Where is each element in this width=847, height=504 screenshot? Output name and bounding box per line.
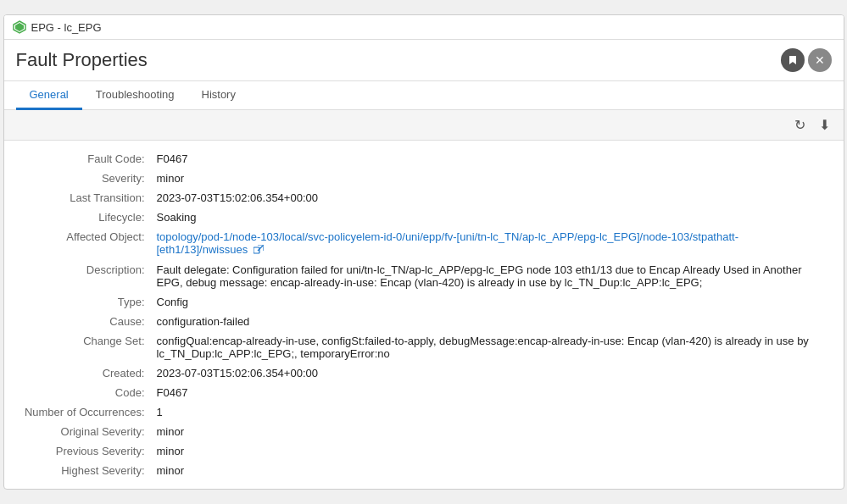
field-label: Affected Object: <box>16 227 152 260</box>
field-label: Cause: <box>16 312 152 331</box>
field-label: Number of Occurrences: <box>16 402 152 422</box>
table-row: Highest Severity: minor <box>16 461 832 480</box>
field-label: Original Severity: <box>16 422 152 441</box>
field-value: minor <box>152 169 832 188</box>
download-icon: ⬇ <box>819 118 830 132</box>
field-value: configQual:encap-already-in-use, configS… <box>152 331 832 363</box>
field-label: Change Set: <box>16 331 152 363</box>
field-value: 2023-07-03T15:02:06.354+00:00 <box>152 188 832 208</box>
field-value: Soaking <box>152 208 832 227</box>
bookmark-button[interactable] <box>781 48 805 72</box>
tab-general[interactable]: General <box>16 81 82 110</box>
table-row: Last Transition: 2023-07-03T15:02:06.354… <box>16 188 832 208</box>
close-button[interactable]: ✕ <box>808 48 832 72</box>
table-row: Number of Occurrences: 1 <box>16 402 832 422</box>
title-bar: EPG - lc_EPG <box>4 15 844 40</box>
field-value: 2023-07-03T15:02:06.354+00:00 <box>152 363 832 383</box>
field-value: configuration-failed <box>152 312 832 331</box>
field-value: Config <box>152 292 832 312</box>
table-row: Original Severity: minor <box>16 422 832 441</box>
window-title: EPG - lc_EPG <box>31 21 102 34</box>
refresh-button[interactable]: ↻ <box>791 115 809 135</box>
table-row: Affected Object: topology/pod-1/node-103… <box>16 227 832 260</box>
field-label: Lifecycle: <box>16 208 152 227</box>
panel-actions: ✕ <box>781 48 832 80</box>
tabs-container: General Troubleshooting History <box>4 81 844 110</box>
main-window: EPG - lc_EPG Fault Properties ✕ General … <box>3 14 844 490</box>
affected-object-link[interactable]: topology/pod-1/node-103/local/svc-policy… <box>157 230 738 256</box>
bookmark-icon <box>787 54 799 66</box>
field-label: Last Transition: <box>16 188 152 208</box>
field-value: F0467 <box>152 149 832 169</box>
table-row: Code: F0467 <box>16 383 832 402</box>
field-label: Previous Severity: <box>16 441 152 461</box>
external-link-icon <box>254 245 265 257</box>
svg-marker-1 <box>15 23 24 31</box>
table-row: Created: 2023-07-03T15:02:06.354+00:00 <box>16 363 832 383</box>
table-row: Previous Severity: minor <box>16 441 832 461</box>
app-icon <box>13 20 26 34</box>
table-row: Fault Code: F0467 <box>16 149 832 169</box>
field-value: 1 <box>152 402 832 422</box>
panel-title: Fault Properties <box>16 49 148 80</box>
panel-header: Fault Properties ✕ <box>4 40 844 81</box>
properties-table: Fault Code: F0467 Severity: minor Last T… <box>16 149 832 480</box>
tab-troubleshooting[interactable]: Troubleshooting <box>82 81 188 110</box>
field-label: Severity: <box>16 169 152 188</box>
field-label: Fault Code: <box>16 149 152 169</box>
table-row: Type: Config <box>16 292 832 312</box>
close-icon: ✕ <box>815 53 825 67</box>
table-row: Severity: minor <box>16 169 832 188</box>
table-row: Description: Fault delegate: Configurati… <box>16 260 832 292</box>
table-row: Lifecycle: Soaking <box>16 208 832 227</box>
svg-line-3 <box>258 246 263 251</box>
table-row: Cause: configuration-failed <box>16 312 832 331</box>
content-area: Fault Code: F0467 Severity: minor Last T… <box>4 141 844 489</box>
toolbar: ↻ ⬇ <box>4 110 844 141</box>
field-value: minor <box>152 461 832 480</box>
field-label: Description: <box>16 260 152 292</box>
download-button[interactable]: ⬇ <box>816 115 833 135</box>
field-label: Created: <box>16 363 152 383</box>
field-value: F0467 <box>152 383 832 402</box>
refresh-icon: ↻ <box>794 118 805 132</box>
field-label: Code: <box>16 383 152 402</box>
field-value: minor <box>152 441 832 461</box>
table-row: Change Set: configQual:encap-already-in-… <box>16 331 832 363</box>
field-value: minor <box>152 422 832 441</box>
field-label: Type: <box>16 292 152 312</box>
field-value-link[interactable]: topology/pod-1/node-103/local/svc-policy… <box>152 227 832 260</box>
field-label: Highest Severity: <box>16 461 152 480</box>
tab-history[interactable]: History <box>188 81 249 110</box>
field-value: Fault delegate: Configuration failed for… <box>152 260 832 292</box>
